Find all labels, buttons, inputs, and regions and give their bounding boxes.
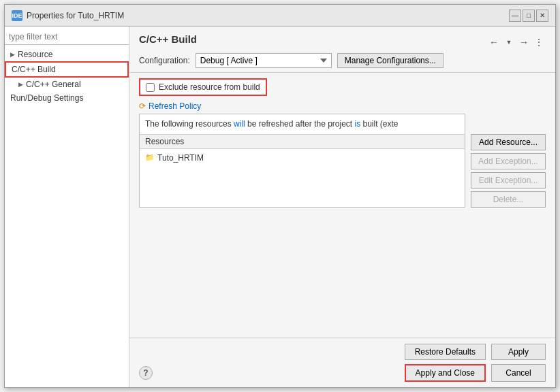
properties-dialog: IDE Properties for Tuto_HRTIM — □ ✕ ▶ Re… — [4, 4, 556, 388]
resource-name: Tuto_HRTIM — [157, 153, 204, 163]
delete-button[interactable]: Delete... — [471, 191, 546, 208]
sidebar-item-resource[interactable]: ▶ Resource — [5, 48, 129, 61]
resources-list: 📁 Tuto_HRTIM — [140, 149, 465, 207]
exclude-row: Exclude resource from build — [139, 78, 267, 96]
edit-exception-button[interactable]: Edit Exception... — [471, 172, 546, 189]
cancel-button[interactable]: Cancel — [491, 364, 546, 382]
content-panel: C/C++ Build ← ▼ → ⋮ Configuration: Debug… — [129, 27, 555, 387]
page-title: C/C++ Build — [139, 33, 197, 45]
refresh-section: ⟳ Refresh Policy The following resources… — [139, 101, 546, 208]
list-item[interactable]: 📁 Tuto_HRTIM — [142, 152, 462, 164]
resources-panel: The following resources will be refreshe… — [139, 114, 465, 208]
will-highlight: will — [234, 119, 245, 129]
sidebar-item-label: Resource — [18, 50, 52, 59]
content-main: Exclude resource from build ⟳ Refresh Po… — [129, 73, 555, 338]
sidebar-item-cpp-build[interactable]: C/C++ Build — [5, 61, 129, 78]
resources-buttons: Add Resource... Add Exception... Edit Ex… — [471, 114, 546, 208]
title-bar-left: IDE Properties for Tuto_HRTIM — [12, 10, 124, 21]
dialog-title: Properties for Tuto_HRTIM — [27, 11, 124, 20]
apply-button[interactable]: Apply — [491, 344, 546, 360]
manage-configurations-button[interactable]: Manage Configurations... — [337, 53, 444, 68]
exclude-label: Exclude resource from build — [159, 82, 260, 92]
add-resource-button[interactable]: Add Resource... — [471, 134, 546, 150]
expand-arrow: ▶ — [18, 81, 23, 88]
sidebar-item-cpp-general[interactable]: ▶ C/C++ General — [5, 78, 129, 91]
resources-area: The following resources will be refreshe… — [139, 114, 546, 208]
toolbar-icons: ← ▼ → ⋮ — [487, 35, 546, 49]
apply-and-close-button[interactable]: Apply and Close — [405, 364, 486, 382]
add-exception-button[interactable]: Add Exception... — [471, 153, 546, 169]
sidebar-item-run-debug[interactable]: Run/Debug Settings — [5, 91, 129, 105]
sidebar-item-label: C/C++ Build — [12, 65, 56, 74]
dialog-body: ▶ Resource C/C++ Build ▶ C/C++ General R… — [5, 27, 555, 387]
minimize-button[interactable]: — — [509, 10, 521, 22]
title-bar: IDE Properties for Tuto_HRTIM — □ ✕ — [5, 5, 555, 27]
dialog-footer: Restore Defaults Apply ? Apply and Close… — [129, 338, 555, 387]
forward-button[interactable]: → — [517, 35, 531, 49]
ide-icon: IDE — [12, 10, 22, 21]
help-button[interactable]: ? — [139, 366, 153, 380]
configuration-select[interactable]: Debug [ Active ] — [196, 53, 332, 68]
refresh-label: Refresh Policy — [149, 101, 201, 111]
config-label: Configuration: — [139, 56, 190, 65]
resources-list-header: Resources — [140, 135, 465, 149]
folder-icon: 📁 — [145, 153, 155, 162]
restore-defaults-button[interactable]: Restore Defaults — [405, 344, 486, 360]
sidebar: ▶ Resource C/C++ Build ▶ C/C++ General R… — [5, 27, 129, 387]
close-button[interactable]: ✕ — [536, 10, 548, 22]
back-button[interactable]: ← — [487, 35, 501, 49]
title-bar-controls: — □ ✕ — [509, 10, 548, 22]
footer-row1: Restore Defaults Apply — [139, 344, 546, 360]
footer-row2: ? Apply and Close Cancel — [139, 364, 546, 382]
exclude-checkbox[interactable] — [146, 83, 155, 92]
filter-input[interactable] — [5, 29, 129, 45]
more-button[interactable]: ⋮ — [532, 35, 546, 49]
sidebar-item-label: Run/Debug Settings — [10, 93, 83, 103]
footer-action-buttons: Apply and Close Cancel — [405, 364, 546, 382]
content-header: C/C++ Build ← ▼ → ⋮ Configuration: Debug… — [129, 27, 555, 73]
refresh-icon: ⟳ — [139, 101, 146, 111]
sidebar-item-label: C/C++ General — [26, 80, 81, 89]
maximize-button[interactable]: □ — [523, 10, 535, 22]
config-row: Configuration: Debug [ Active ] Manage C… — [139, 53, 546, 68]
sidebar-items: ▶ Resource C/C++ Build ▶ C/C++ General R… — [5, 48, 129, 105]
expand-arrow: ▶ — [10, 51, 15, 58]
refresh-policy-header[interactable]: ⟳ Refresh Policy — [139, 101, 546, 111]
back-dropdown-button[interactable]: ▼ — [502, 35, 516, 49]
is-highlight: is — [355, 119, 361, 129]
resources-description: The following resources will be refreshe… — [140, 114, 465, 135]
